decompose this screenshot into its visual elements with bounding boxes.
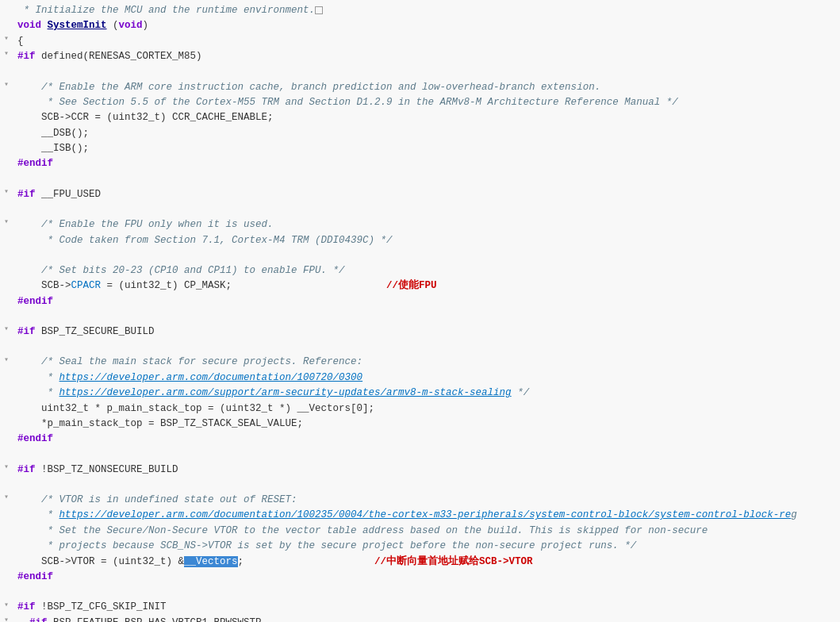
code-line: uint32_t * p_main_stack_top = (uint32_t … [0, 401, 840, 417]
code-text: * projects because SCB_NS->VTOR is set b… [14, 539, 838, 554]
gutter-fold: ▾ [0, 463, 14, 472]
code-text: #endif [14, 432, 838, 447]
code-text [14, 248, 838, 263]
code-line [0, 172, 840, 187]
code-text: * Code taken from Section 7.1, Cortex-M4… [14, 233, 838, 248]
code-line: ▾ /* Enable the ARM core instruction cac… [0, 80, 840, 95]
code-text [14, 447, 838, 463]
code-line: * Code taken from Section 7.1, Cortex-M4… [0, 233, 840, 248]
code-line: #endif [0, 432, 840, 447]
code-line: * https://developer.arm.com/documentatio… [0, 371, 840, 386]
code-text: * https://developer.arm.com/support/arm-… [14, 386, 838, 401]
code-line [0, 248, 840, 263]
gutter-fold: ▾ [0, 217, 14, 227]
code-text [14, 65, 838, 80]
code-text: *p_main_stack_top = BSP_TZ_STACK_SEAL_VA… [14, 417, 838, 432]
fold-button[interactable]: ▾ [2, 616, 11, 622]
code-text: __DSB(); [14, 126, 838, 141]
code-text: #if BSP_FEATURE_BSP_HAS_VBTCR1_BPWSWSTP [14, 616, 838, 622]
code-text: * See Section 5.5 of the Cortex-M55 TRM … [14, 95, 838, 110]
code-line: ▾ /* Enable the FPU only when it is used… [0, 217, 840, 232]
code-line: ▾ #if BSP_FEATURE_BSP_HAS_VBTCR1_BPWSWST… [0, 616, 840, 622]
code-text: { [14, 34, 838, 49]
fold-button[interactable]: ▾ [2, 49, 11, 59]
code-line [0, 340, 840, 355]
fold-button[interactable]: ▾ [2, 355, 11, 364]
code-line: SCB->CCR = (uint32_t) CCR_CACHE_ENABLE; [0, 110, 840, 125]
code-text: /* Enable the ARM core instruction cache… [14, 80, 838, 95]
code-text: #endif [14, 294, 838, 309]
code-text: #if BSP_TZ_SECURE_BUILD [14, 324, 838, 340]
code-line: #endif [0, 570, 840, 585]
gutter-fold: ▾ [0, 34, 14, 44]
code-text: #if __FPU_USED [14, 187, 838, 202]
code-line: * projects because SCB_NS->VTOR is set b… [0, 539, 840, 554]
code-text: * https://developer.arm.com/documentatio… [14, 371, 838, 386]
code-text: SCB->VTOR = (uint32_t) &__Vectors; //中断向… [14, 555, 838, 570]
fold-button[interactable]: ▾ [2, 217, 11, 227]
code-text: #if !BSP_TZ_NONSECURE_BUILD [14, 463, 838, 478]
code-line: * Set the Secure/Non-Secure VTOR to the … [0, 524, 840, 539]
gutter-fold: ▾ [0, 493, 14, 502]
fold-button[interactable]: ▾ [2, 80, 11, 90]
code-line: __ISB(); [0, 141, 840, 156]
code-text [14, 340, 838, 355]
code-text: * https://developer.arm.com/documentatio… [14, 508, 838, 523]
code-line: ▾ #if defined(RENESAS_CORTEX_M85) [0, 49, 840, 64]
code-text [14, 172, 838, 187]
code-line: #endif [0, 156, 840, 171]
code-text: void SystemInit (void) [14, 18, 838, 33]
fold-button[interactable]: ▾ [2, 493, 11, 502]
code-line [0, 65, 840, 80]
fold-button[interactable]: ▾ [2, 324, 11, 334]
code-line: SCB->CPACR = (uint32_t) CP_MASK; //使能FPU [0, 278, 840, 294]
code-line: ▾ /* Seal the main stack for secure proj… [0, 355, 840, 370]
code-text: /* Set bits 20-23 (CP10 and CP11) to ena… [14, 263, 838, 278]
gutter-fold: ▾ [0, 616, 14, 622]
code-text [14, 309, 838, 324]
code-line [0, 309, 840, 324]
code-text [14, 202, 838, 217]
code-text: #if !BSP_TZ_CFG_SKIP_INIT [14, 600, 838, 615]
code-line: * See Section 5.5 of the Cortex-M55 TRM … [0, 95, 840, 110]
code-line: * https://developer.arm.com/support/arm-… [0, 386, 840, 401]
code-line: SCB->VTOR = (uint32_t) &__Vectors; //中断向… [0, 555, 840, 570]
code-text: #endif [14, 156, 838, 171]
gutter-fold: ▾ [0, 324, 14, 334]
code-text: * Initialize the MCU and the runtime env… [14, 3, 838, 18]
code-text: * Set the Secure/Non-Secure VTOR to the … [14, 524, 838, 539]
code-text [14, 478, 838, 493]
gutter-fold: ▾ [0, 355, 14, 364]
code-line: __DSB(); [0, 126, 840, 141]
code-text [14, 585, 838, 600]
gutter-fold: ▾ [0, 187, 14, 197]
fold-button[interactable]: ▾ [2, 34, 11, 44]
fold-button[interactable]: ▾ [2, 600, 11, 609]
code-text: __ISB(); [14, 141, 838, 156]
code-line: ▾ #if !BSP_TZ_NONSECURE_BUILD [0, 463, 840, 478]
code-line [0, 447, 840, 463]
gutter-fold: ▾ [0, 600, 14, 609]
code-line: ▾ #if BSP_TZ_SECURE_BUILD [0, 324, 840, 340]
code-line: /* Set bits 20-23 (CP10 and CP11) to ena… [0, 263, 840, 278]
code-line: ▾ { [0, 34, 840, 49]
code-line [0, 202, 840, 217]
code-line: ▾ #if !BSP_TZ_CFG_SKIP_INIT [0, 600, 840, 615]
code-text: #endif [14, 570, 838, 585]
code-text: SCB->CPACR = (uint32_t) CP_MASK; //使能FPU [14, 278, 838, 294]
gutter-fold: ▾ [0, 80, 14, 90]
code-line [0, 478, 840, 493]
code-line: *p_main_stack_top = BSP_TZ_STACK_SEAL_VA… [0, 417, 840, 432]
code-line: * Initialize the MCU and the runtime env… [0, 3, 840, 18]
code-text: uint32_t * p_main_stack_top = (uint32_t … [14, 401, 838, 417]
code-line: * https://developer.arm.com/documentatio… [0, 508, 840, 523]
code-text: /* VTOR is in undefined state out of RES… [14, 493, 838, 508]
gutter-fold: ▾ [0, 49, 14, 59]
code-line: ▾ /* VTOR is in undefined state out of R… [0, 493, 840, 508]
fold-button[interactable]: ▾ [2, 187, 11, 197]
code-line: ▾ #if __FPU_USED [0, 187, 840, 202]
fold-button[interactable]: ▾ [2, 463, 11, 472]
code-text: /* Enable the FPU only when it is used. [14, 217, 838, 232]
code-line: #endif [0, 294, 840, 309]
code-text: /* Seal the main stack for secure projec… [14, 355, 838, 370]
